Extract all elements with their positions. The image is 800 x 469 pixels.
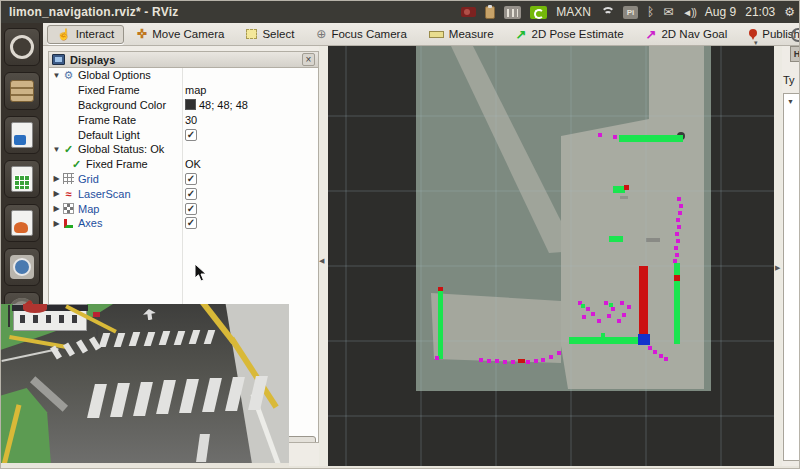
- axis-red-segment: [518, 359, 525, 363]
- tree-row[interactable]: ▼✓Global Status: Ok: [49, 142, 318, 157]
- property-label[interactable]: Frame Rate: [78, 114, 136, 126]
- tool-focus-camera[interactable]: ⊕Focus Camera: [307, 25, 415, 44]
- launcher-writer[interactable]: [4, 116, 40, 154]
- software-center-icon: [10, 255, 34, 279]
- crosswalk-stripe: [99, 333, 111, 347]
- laser-point-magenta: [495, 359, 499, 363]
- property-label[interactable]: Global Options: [78, 69, 151, 81]
- screen-record-icon[interactable]: [461, 7, 476, 17]
- expander-icon[interactable]: ▶: [52, 204, 61, 213]
- expander-icon[interactable]: ▶: [52, 219, 61, 228]
- property-label[interactable]: Axes: [78, 217, 102, 229]
- laser-segment-green: [619, 135, 683, 142]
- laser-point-magenta: [653, 350, 657, 354]
- crosswalk-stripe: [110, 383, 130, 417]
- property-label[interactable]: Global Status: Ok: [78, 143, 164, 155]
- tool-interact[interactable]: ☝Interact: [47, 25, 124, 44]
- toolbar-extra-icon[interactable]: [791, 28, 800, 42]
- gpu-mode-label[interactable]: MAXN: [556, 5, 591, 19]
- keyboard-indicator-icon[interactable]: [504, 6, 521, 19]
- launcher-software[interactable]: [4, 248, 40, 286]
- views-list[interactable]: [783, 93, 800, 461]
- laser-point-magenta: [511, 360, 515, 364]
- lane-arrow-marking: [142, 308, 156, 321]
- property-label[interactable]: Default Light: [78, 129, 140, 141]
- launcher-files[interactable]: [4, 72, 40, 110]
- displays-panel-titlebar[interactable]: Displays ×: [48, 51, 319, 68]
- date-label[interactable]: Aug 9: [705, 5, 736, 19]
- checkbox[interactable]: ✓: [185, 188, 197, 200]
- value-text: 48; 48; 48: [199, 99, 248, 111]
- property-label[interactable]: LaserScan: [78, 188, 131, 200]
- laser-point-magenta: [627, 305, 631, 309]
- tool-move-camera[interactable]: ✜Move Camera: [128, 25, 233, 44]
- clock-label[interactable]: 21:03: [745, 5, 775, 19]
- property-value[interactable]: OK: [185, 158, 201, 170]
- tool-select[interactable]: Select: [237, 25, 303, 44]
- expander-icon[interactable]: ▼: [52, 145, 61, 154]
- clipboard-icon[interactable]: [485, 6, 495, 19]
- launcher-calc[interactable]: [4, 160, 40, 198]
- launcher-impress[interactable]: [4, 204, 40, 242]
- selection-box-icon: [246, 29, 257, 39]
- tool-2d-nav-goal[interactable]: ↗2D Nav Goal: [637, 25, 737, 44]
- property-value[interactable]: ✓: [185, 173, 197, 185]
- property-value[interactable]: 48; 48; 48: [185, 99, 248, 111]
- tree-row[interactable]: Frame Rate30: [49, 112, 318, 127]
- property-value[interactable]: map: [185, 84, 206, 96]
- ubuntu-logo-icon: [10, 35, 34, 59]
- tree-row[interactable]: Fixed Framemap: [49, 83, 318, 98]
- property-label[interactable]: Fixed Frame: [86, 158, 148, 170]
- tool-measure[interactable]: Measure: [420, 25, 503, 44]
- property-label[interactable]: Map: [78, 203, 99, 215]
- expander-icon[interactable]: ▶: [52, 174, 61, 183]
- expander-icon[interactable]: ▼: [52, 71, 61, 80]
- property-label[interactable]: Grid: [78, 173, 99, 185]
- crosswalk-stripe: [204, 330, 216, 344]
- wifi-icon[interactable]: [600, 7, 614, 18]
- tree-row[interactable]: Default Light✓: [49, 127, 318, 142]
- volume-icon[interactable]: ◄)): [682, 7, 696, 18]
- session-gear-icon[interactable]: ⚙: [784, 6, 795, 18]
- system-indicators: MAXNPiᛒ✉◄))Aug 921:03⚙: [461, 5, 800, 19]
- crosswalk-stripe: [159, 331, 171, 345]
- bluetooth-icon[interactable]: ᛒ: [647, 6, 654, 18]
- nvidia-icon[interactable]: [530, 6, 547, 19]
- tree-row[interactable]: ▶Map✓: [49, 201, 318, 216]
- checkbox[interactable]: ✓: [185, 129, 197, 141]
- checkbox[interactable]: ✓: [185, 203, 197, 215]
- tree-row[interactable]: ▶Axes✓: [49, 216, 318, 231]
- launcher-ubuntu[interactable]: [4, 28, 40, 66]
- crosswalk-stripe: [189, 330, 201, 344]
- tree-row[interactable]: ✓Fixed FrameOK: [49, 157, 318, 172]
- property-label[interactable]: Fixed Frame: [78, 84, 140, 96]
- property-value[interactable]: ✓: [185, 203, 197, 215]
- window-title: limon_navigation.rviz* - RViz: [1, 5, 178, 19]
- tree-row[interactable]: ▶≈LaserScan✓: [49, 186, 318, 201]
- 3d-viewport[interactable]: [328, 46, 774, 466]
- expander-icon[interactable]: ▶: [52, 189, 61, 198]
- property-value[interactable]: 30: [185, 114, 197, 126]
- pi-indicator-icon[interactable]: Pi: [623, 6, 638, 19]
- reference-grid: [328, 46, 774, 466]
- views-hide-button[interactable]: H: [790, 46, 800, 62]
- laser-point-magenta: [675, 232, 679, 236]
- property-value[interactable]: ✓: [185, 188, 197, 200]
- mail-icon[interactable]: ✉: [663, 6, 673, 18]
- camera-image-window[interactable]: [1, 304, 289, 463]
- crosswalk-stripe: [156, 380, 176, 414]
- checkbox[interactable]: ✓: [185, 217, 197, 229]
- right-splitter[interactable]: [774, 46, 782, 466]
- property-value[interactable]: ✓: [185, 217, 197, 229]
- checkbox[interactable]: ✓: [185, 173, 197, 185]
- tree-row[interactable]: Background Color48; 48; 48: [49, 98, 318, 113]
- tool-2d-pose-estimate[interactable]: ↗2D Pose Estimate: [507, 25, 633, 44]
- tree-row[interactable]: ▶Grid✓: [49, 172, 318, 187]
- property-value[interactable]: ✓: [185, 129, 197, 141]
- property-label[interactable]: Background Color: [78, 99, 166, 111]
- value-text: map: [185, 84, 206, 96]
- lane-dash-marking: [196, 434, 210, 462]
- close-icon[interactable]: ×: [302, 53, 315, 66]
- tree-row[interactable]: ▼⚙Global Options: [49, 68, 318, 83]
- left-splitter[interactable]: [319, 46, 328, 466]
